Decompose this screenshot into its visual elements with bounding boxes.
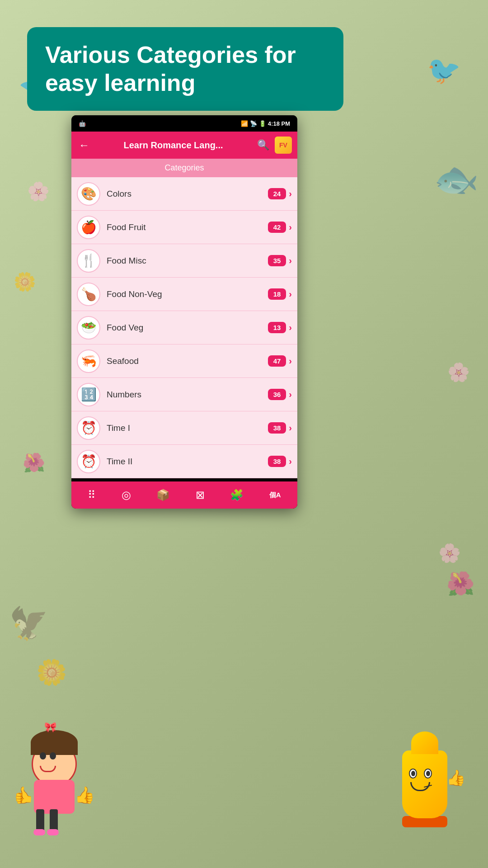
category-item[interactable]: ⏰ Time I 38 ›: [71, 411, 297, 445]
category-name: Seafood: [107, 356, 268, 366]
mascot-bottle: 👍: [384, 705, 474, 832]
category-items-container: 🎨 Colors 24 › 🍎 Food Fruit 42 › 🍴 Food M…: [71, 177, 297, 478]
girl-right-arm: 👍: [75, 786, 95, 805]
match-nav[interactable]: ⊠: [192, 487, 208, 503]
category-count: 42: [268, 222, 286, 233]
categories-list: 🎨 Colors 24 › 🍎 Food Fruit 42 › 🍴 Food M…: [71, 177, 297, 481]
category-arrow: ›: [289, 289, 292, 299]
category-item[interactable]: 🍗 Food Non-Veg 18 ›: [71, 278, 297, 311]
category-name: Food Misc: [107, 256, 268, 266]
battery-icon: 🔋: [259, 120, 266, 127]
category-name: Food Fruit: [107, 222, 268, 232]
category-item[interactable]: 🍴 Food Misc 35 ›: [71, 244, 297, 278]
category-count: 38: [268, 456, 286, 467]
callout-text: Various Categories for easy learning: [45, 41, 325, 97]
bg-bird-2: 🐦: [427, 54, 461, 86]
category-icon: 🔢: [77, 383, 100, 406]
category-arrow: ›: [289, 356, 292, 366]
puzzle-nav[interactable]: 🧩: [226, 487, 247, 503]
translate-nav[interactable]: 個A: [266, 489, 285, 501]
category-arrow: ›: [289, 189, 292, 199]
category-count: 38: [268, 422, 286, 434]
category-item[interactable]: 🔢 Numbers 36 ›: [71, 378, 297, 411]
category-count: 47: [268, 355, 286, 367]
phone-frame: 🤖 📶 📡 🔋 4:18 PM ← Learn Romance Lang... …: [71, 115, 297, 509]
girl-shoe-right: [47, 829, 59, 835]
category-arrow: ›: [289, 322, 292, 333]
category-name: Time I: [107, 423, 268, 433]
category-icon: 🍴: [77, 249, 100, 273]
girl-hair: [31, 730, 78, 755]
bottle-eye-right: [424, 769, 432, 778]
category-item[interactable]: 🥗 Food Veg 13 ›: [71, 311, 297, 344]
bg-flower-5: 🌸: [438, 542, 461, 564]
bg-flower-2: 🌼: [14, 271, 36, 292]
category-arrow: ›: [289, 255, 292, 266]
bg-bird-3: 🐟: [434, 158, 479, 201]
category-count: 35: [268, 255, 286, 266]
category-arrow: ›: [289, 222, 292, 232]
app-header: ← Learn Romance Lang... 🔍 FV: [71, 132, 297, 159]
category-name: Colors: [107, 189, 268, 199]
girl-bow: 🎀: [44, 722, 56, 733]
android-icon: 🤖: [79, 120, 86, 127]
girl-shoe-left: [33, 829, 45, 835]
category-item[interactable]: 🍎 Food Fruit 42 ›: [71, 211, 297, 244]
category-name: Food Veg: [107, 323, 268, 333]
girl-eye-left: [40, 752, 46, 760]
signal-icon: 📡: [250, 120, 257, 127]
girl-left-arm: 👍: [14, 786, 34, 805]
bg-flower-4: 🌺: [23, 452, 45, 473]
category-arrow: ›: [289, 423, 292, 433]
category-arrow: ›: [289, 456, 292, 467]
wifi-icon: 📶: [241, 120, 248, 127]
category-arrow: ›: [289, 389, 292, 400]
category-name: Numbers: [107, 390, 268, 400]
category-item[interactable]: ⏰ Time II 38 ›: [71, 445, 297, 478]
category-icon: 🦐: [77, 349, 100, 373]
category-icon: ⏰: [77, 450, 100, 473]
categories-label: Categories: [71, 159, 297, 177]
category-count: 13: [268, 322, 286, 333]
category-icon: 🎨: [77, 182, 100, 206]
category-count: 24: [268, 188, 286, 199]
girl-leg-left: [36, 809, 44, 832]
category-icon: 🍎: [77, 216, 100, 239]
bg-flower-6: 🌼: [36, 658, 67, 687]
category-item[interactable]: 🎨 Colors 24 ›: [71, 177, 297, 211]
mascot-girl: 🎀 👍 👍: [9, 696, 99, 832]
bottle-neck: [411, 731, 438, 754]
category-count: 36: [268, 389, 286, 400]
status-bar: 🤖 📶 📡 🔋 4:18 PM: [71, 115, 297, 132]
back-button[interactable]: ←: [77, 137, 91, 153]
logo-button[interactable]: FV: [275, 137, 292, 154]
box-nav[interactable]: 📦: [153, 487, 174, 503]
bottle-eye-left: [409, 769, 417, 778]
category-icon: 🍗: [77, 283, 100, 306]
status-right: 📶 📡 🔋 4:18 PM: [241, 120, 290, 127]
status-left: 🤖: [79, 120, 86, 127]
callout-banner: Various Categories for easy learning: [27, 27, 343, 111]
flashcard-nav[interactable]: ◎: [118, 487, 135, 503]
status-time: 4:18 PM: [268, 120, 290, 127]
category-icon: 🥗: [77, 316, 100, 340]
category-icon: ⏰: [77, 416, 100, 440]
search-button[interactable]: 🔍: [255, 137, 271, 153]
bg-flower-1: 🌸: [27, 181, 50, 202]
header-title: Learn Romance Lang...: [95, 140, 252, 151]
girl-body: [34, 780, 75, 814]
bg-flower-7: 🌺: [446, 571, 474, 597]
bg-bird-4: 🦅: [9, 605, 48, 642]
category-item[interactable]: 🦐 Seafood 47 ›: [71, 344, 297, 378]
category-name: Food Non-Veg: [107, 289, 268, 299]
grid-nav[interactable]: ⠿: [84, 487, 99, 503]
category-count: 18: [268, 288, 286, 300]
phone-content: ← Learn Romance Lang... 🔍 FV Categories …: [71, 132, 297, 509]
bottom-nav: ⠿◎📦⊠🧩個A: [71, 481, 297, 509]
bottle-thumb: 👍: [446, 769, 465, 787]
category-name: Time II: [107, 457, 268, 467]
girl-eye-right: [50, 752, 56, 760]
bg-flower-3: 🌸: [447, 362, 470, 383]
girl-leg-right: [50, 809, 58, 832]
